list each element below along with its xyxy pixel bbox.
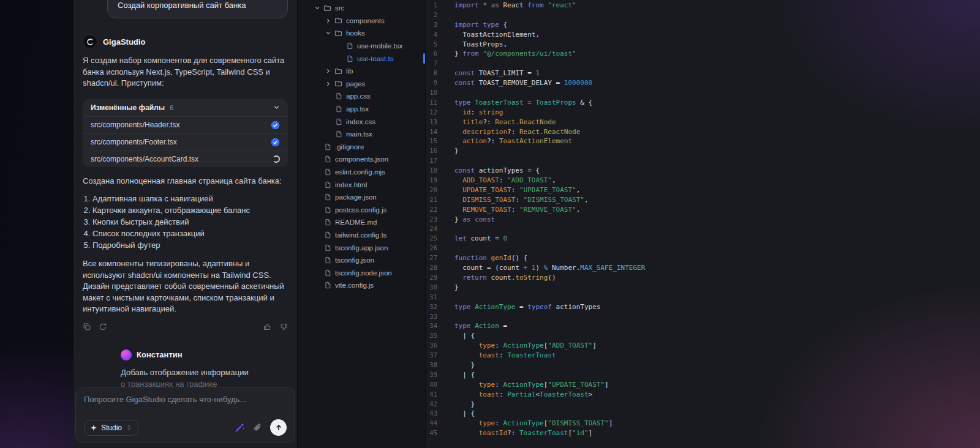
line-number: 20 [426, 185, 437, 195]
tree-item-tsconfig.node.json[interactable]: tsconfig.node.json [298, 266, 425, 279]
paperclip-button[interactable] [253, 423, 262, 432]
tree-item-main.tsx[interactable]: main.tsx [298, 128, 425, 141]
chevron-right-icon [323, 16, 333, 26]
tree-item-label: postcss.config.js [335, 206, 386, 214]
tree-item-label: index.css [346, 118, 375, 125]
send-button[interactable] [270, 419, 287, 436]
changed-file-name: src/components/Header.tsx [91, 121, 179, 129]
line-number: 41 [426, 390, 437, 400]
tree-item-app.tsx[interactable]: app.tsx [298, 103, 425, 116]
folder-icon [333, 79, 344, 89]
tree-item-label: app.tsx [346, 105, 369, 113]
file-icon [322, 243, 333, 253]
feature-list: Адаптивная шапка с навигациейКарточки ак… [83, 193, 288, 251]
line-number: 33 [426, 312, 437, 322]
line-number: 1 [426, 1, 437, 10]
code-line: 41 toast: Partial<ToasterToast> [426, 390, 980, 400]
chat-history: Создай корпоративный сайт банка GigaStud… [74, 0, 297, 387]
code-line: 4 ToastActionElement, [426, 30, 980, 40]
tree-item-label: use-toast.ts [357, 55, 393, 62]
loading-spinner-icon [273, 155, 280, 163]
tree-item-index.html[interactable]: index.html [298, 178, 425, 191]
code-line: 15 action?: ToastActionElement [426, 136, 980, 146]
code-line: 7 [426, 59, 980, 69]
arrow-up-icon [274, 424, 283, 432]
chevron-down-icon [273, 104, 280, 111]
line-number: 43 [426, 409, 437, 419]
line-number: 29 [426, 273, 437, 283]
code-editor[interactable]: 1import * as React from "react"2 3import… [426, 0, 980, 448]
changed-file-row[interactable]: src/components/Footer.tsx [83, 133, 288, 151]
file-icon [333, 91, 344, 101]
file-icon [322, 280, 333, 290]
tree-item-components[interactable]: components [298, 15, 425, 28]
active-file-indicator [423, 53, 425, 64]
line-number: 37 [426, 351, 437, 360]
tree-item-.gitignore[interactable]: .gitignore [298, 141, 425, 154]
line-number: 32 [426, 302, 437, 312]
line-number: 12 [426, 108, 437, 118]
tree-item-components.json[interactable]: components.json [298, 153, 425, 166]
tree-item-tailwind.config.ts[interactable]: tailwind.config.ts [298, 229, 425, 242]
check-circle-icon [271, 121, 280, 130]
line-number: 27 [426, 253, 437, 263]
changed-files-header[interactable]: Изменённые файлы 6 [83, 99, 288, 116]
tree-item-README.md[interactable]: README.md [298, 216, 425, 229]
tree-item-label: eslint.config.mjs [335, 168, 385, 176]
user-message-text: Создай корпоративный сайт банка [118, 1, 246, 10]
tree-item-label: tsconfig.app.json [335, 244, 388, 252]
file-icon [333, 129, 344, 139]
tree-item-use-toast.ts[interactable]: use-toast.ts [298, 52, 425, 65]
tree-item-label: lib [346, 67, 353, 75]
tree-item-index.css[interactable]: index.css [298, 115, 425, 128]
tree-item-eslint.config.mjs[interactable]: eslint.config.mjs [298, 166, 425, 179]
code-line: 30} [426, 283, 980, 293]
code-line: 36 type: ActionType["ADD_TOAST"] [426, 341, 980, 351]
thumbs-up-button[interactable] [263, 323, 272, 331]
regenerate-button[interactable] [99, 323, 107, 331]
tree-item-tsconfig.app.json[interactable]: tsconfig.app.json [298, 241, 425, 254]
code-line: 29 return count.toString() [426, 273, 980, 283]
code-line: 44 type: ActionType["DISMISS_TOAST"] [426, 419, 980, 428]
tree-item-postcss.config.js[interactable]: postcss.config.js [298, 204, 425, 217]
code-line: 8const TOAST_LIMIT = 1 [426, 69, 980, 78]
line-number: 2 [426, 10, 437, 20]
line-number: 19 [426, 176, 437, 185]
tree-item-pages[interactable]: pages [298, 78, 425, 91]
mode-selector-button[interactable]: Studio [84, 420, 138, 436]
tree-item-use-mobile.tsx[interactable]: use-mobile.tsx [298, 40, 425, 53]
file-icon [322, 167, 333, 177]
thumbs-down-button[interactable] [279, 323, 288, 331]
tree-item-vite.config.js[interactable]: vite.config.js [298, 279, 425, 292]
tree-item-app.css[interactable]: app.css [298, 90, 425, 103]
line-number: 44 [426, 419, 437, 428]
line-number: 11 [426, 98, 437, 108]
folder-icon [333, 28, 344, 38]
magic-wand-button[interactable] [235, 422, 245, 433]
copy-button[interactable] [83, 323, 91, 331]
tree-item-tsconfig.json[interactable]: tsconfig.json [298, 254, 425, 267]
user-message-line2: о транзакциях на графике [121, 379, 217, 387]
line-number: 22 [426, 205, 437, 215]
line-number: 21 [426, 195, 437, 205]
tree-item-label: package.json [335, 193, 377, 201]
changed-file-row[interactable]: src/components/AccountCard.tsx [83, 151, 288, 167]
line-number: 42 [426, 400, 437, 409]
tree-item-lib[interactable]: lib [298, 65, 425, 78]
user-message-header: Константин [121, 349, 288, 360]
prompt-input[interactable] [84, 395, 287, 404]
tree-item-label: index.html [335, 181, 367, 189]
changed-file-row[interactable]: src/components/Header.tsx [83, 116, 288, 133]
code-line: 23} as const [426, 215, 980, 225]
line-number: 16 [426, 146, 437, 156]
line-number: 28 [426, 263, 437, 273]
tree-item-package.json[interactable]: package.json [298, 191, 425, 204]
file-icon [344, 54, 355, 64]
user-avatar [121, 349, 132, 360]
code-line: 6} from "@/components/ui/toast" [426, 49, 980, 59]
code-line: 20 UPDATE_TOAST: "UPDATE_TOAST", [426, 185, 980, 195]
file-icon [322, 205, 333, 215]
tree-item-src[interactable]: src [298, 2, 425, 15]
line-number: 36 [426, 341, 437, 351]
tree-item-hooks[interactable]: hooks [298, 27, 425, 40]
